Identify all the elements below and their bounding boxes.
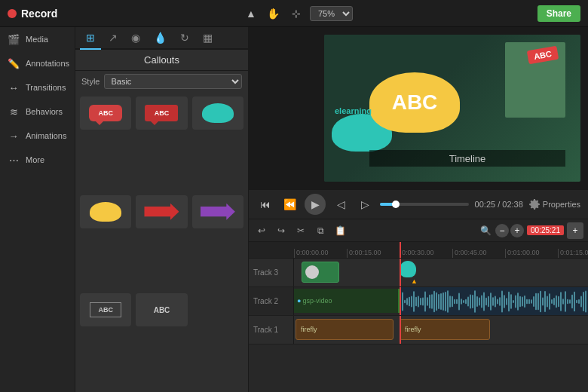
svg-rect-61 xyxy=(537,293,539,311)
svg-rect-3 xyxy=(406,298,408,305)
track-3-callout[interactable] xyxy=(400,261,416,277)
sidebar-item-behaviors[interactable]: ≋ Behaviors xyxy=(0,100,75,124)
svg-rect-57 xyxy=(528,299,530,304)
top-bar: Record ▲ ✋ ⊹ 75% Share xyxy=(0,0,588,27)
callout-item-cloud-yellow[interactable] xyxy=(80,195,131,228)
track-1-clip-2[interactable]: firefly xyxy=(400,319,490,340)
preview-cloud-yellow: ABC xyxy=(369,72,460,133)
properties-button[interactable]: Properties xyxy=(529,199,580,210)
track-1: Track 1 firefly firefly firefly xyxy=(249,316,588,345)
callout-grid: ABC ABC xyxy=(75,92,248,392)
track-2-video-clip[interactable]: ● gsp-video xyxy=(294,289,400,313)
track-1-clip-1[interactable]: firefly xyxy=(296,319,394,340)
svg-rect-41 xyxy=(492,297,494,306)
callout-item-cloud-teal[interactable] xyxy=(192,96,243,130)
paste-button[interactable]: 📋 xyxy=(332,222,348,239)
clip-circle xyxy=(305,265,319,279)
share-button[interactable]: Share xyxy=(537,5,580,22)
preview-canvas: ABC ABC elearning Timeline xyxy=(324,35,580,182)
svg-rect-15 xyxy=(433,291,435,313)
zoom-out-button[interactable]: − xyxy=(495,224,509,237)
svg-rect-43 xyxy=(497,299,498,304)
sidebar-label-animations: Animations xyxy=(26,131,66,140)
svg-rect-24 xyxy=(454,299,455,305)
next-frame-button[interactable]: ▷ xyxy=(356,195,374,213)
tab-circle[interactable]: ◉ xyxy=(125,27,146,50)
callout-item-text-plain[interactable]: ABC xyxy=(136,293,187,326)
add-track-button[interactable]: + xyxy=(567,222,583,239)
track-2-audio[interactable] xyxy=(400,287,588,315)
callout-item-arrow-right-red[interactable] xyxy=(136,195,187,228)
ruler-mark-1: 0:00:15.00 xyxy=(347,249,400,258)
track-2-content[interactable]: ● gsp-video xyxy=(294,287,588,315)
svg-rect-67 xyxy=(551,299,553,304)
track-1-content[interactable]: firefly firefly firefly xyxy=(294,316,588,344)
timeline-area: 0:00:00.00 0:00:15.00 0:00:30.00 0:00:45… xyxy=(249,242,588,392)
clip-1-label: firefly xyxy=(301,326,317,333)
callout-item-box-red[interactable]: ABC xyxy=(136,96,187,130)
sidebar-label-transitions: Transitions xyxy=(26,83,66,92)
media-icon: 🎬 xyxy=(8,33,20,45)
zoom-select[interactable]: 75% xyxy=(310,6,353,21)
track-3-content[interactable]: ▲ xyxy=(294,259,588,286)
tab-loop[interactable]: ↻ xyxy=(174,27,195,50)
scrubber[interactable] xyxy=(380,203,469,206)
copy-button[interactable]: ⧉ xyxy=(312,222,329,239)
svg-rect-21 xyxy=(447,290,449,312)
track-3-clip-green[interactable] xyxy=(302,262,339,283)
step-back-button[interactable]: ⏮ xyxy=(256,195,274,213)
tab-caption[interactable]: ▦ xyxy=(197,27,219,50)
cut-button[interactable]: ✂ xyxy=(292,222,309,239)
svg-rect-78 xyxy=(576,300,577,303)
callout-item-box-outline[interactable]: ABC xyxy=(80,293,131,326)
callout-item-bubble-red[interactable]: ABC xyxy=(80,96,131,130)
svg-rect-12 xyxy=(427,297,428,306)
svg-rect-70 xyxy=(558,296,559,308)
svg-rect-5 xyxy=(411,296,412,307)
track-2: Track 2 ● gsp-video xyxy=(249,287,588,316)
track-1-label: Track 1 xyxy=(249,316,294,344)
sidebar-label-behaviors: Behaviors xyxy=(26,107,63,116)
scrubber-thumb[interactable] xyxy=(392,201,400,208)
playback-time: 00:25 / 02:38 xyxy=(475,200,523,209)
rewind-button[interactable]: ⏪ xyxy=(280,195,299,213)
video-clip-label: gsp-video xyxy=(302,297,332,305)
animations-icon: → xyxy=(8,130,20,142)
timeline-toolbar: ↩ ↪ ✂ ⧉ 📋 🔍 − + 00:25:21 + xyxy=(249,219,588,242)
sidebar-item-more[interactable]: ⋯ More xyxy=(0,148,75,172)
undo-button[interactable]: ↩ xyxy=(253,222,270,239)
preview-area: ABC ABC elearning Timeline xyxy=(249,27,588,189)
sidebar-item-annotations[interactable]: ✏️ Annotations xyxy=(0,51,75,75)
zoom-icon[interactable]: 🔍 xyxy=(477,222,494,239)
zoom-in-button[interactable]: + xyxy=(510,224,524,237)
callout-item-arrow-right-purple[interactable] xyxy=(192,195,243,228)
prev-frame-button[interactable]: ◁ xyxy=(332,195,350,213)
sidebar-item-animations[interactable]: → Animations xyxy=(0,124,75,148)
hand-tool[interactable]: ✋ xyxy=(265,5,283,23)
style-dropdown[interactable]: Basic xyxy=(104,74,242,89)
crop-tool[interactable]: ⊹ xyxy=(287,5,305,23)
svg-rect-71 xyxy=(560,292,562,311)
svg-rect-80 xyxy=(580,296,582,307)
svg-rect-14 xyxy=(431,294,433,308)
panel-area: ⊞ ↗ ◉ 💧 ↻ ▦ Callouts Style Basic ABC xyxy=(75,27,249,392)
svg-rect-82 xyxy=(585,291,586,313)
playback-bar: ⏮ ⏪ ▶ ◁ ▷ 00:25 / 02:38 Properties xyxy=(249,189,588,219)
tab-arrow[interactable]: ↗ xyxy=(103,27,124,50)
track-3-playhead xyxy=(400,259,401,286)
redo-button[interactable]: ↪ xyxy=(273,222,289,239)
main-layout: 🎬 Media ✏️ Annotations ↔ Transitions ≋ B… xyxy=(0,27,588,392)
track-2-label-text: Track 2 xyxy=(253,297,278,305)
svg-rect-68 xyxy=(553,298,555,305)
svg-rect-64 xyxy=(544,291,546,312)
tab-grid[interactable]: ⊞ xyxy=(80,27,101,50)
playhead-time: 00:25:21 xyxy=(527,225,564,235)
sidebar-item-media[interactable]: 🎬 Media xyxy=(0,27,75,51)
svg-rect-16 xyxy=(436,292,437,311)
ruler-mark-2: 0:00:30.00 xyxy=(400,249,452,258)
pointer-tool[interactable]: ▲ xyxy=(242,5,260,23)
play-button[interactable]: ▶ xyxy=(305,194,326,215)
tab-drop[interactable]: 💧 xyxy=(148,27,173,50)
ruler-mark-4: 0:01:00.00 xyxy=(505,249,558,258)
sidebar-item-transitions[interactable]: ↔ Transitions xyxy=(0,75,75,100)
